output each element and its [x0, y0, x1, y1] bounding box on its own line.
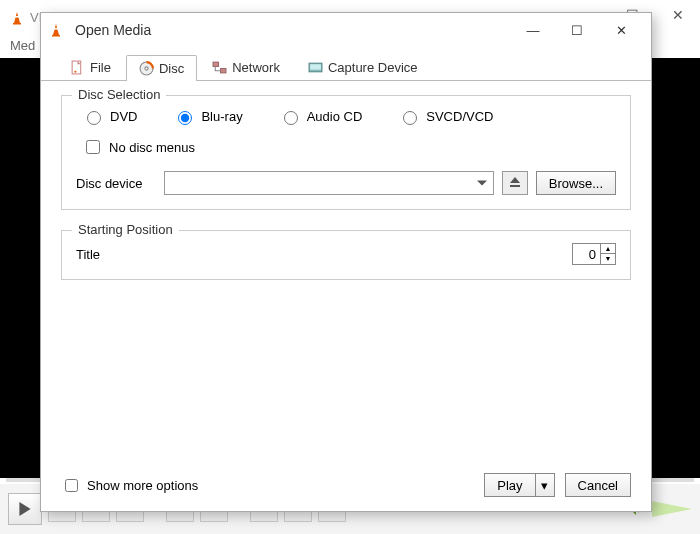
- vlc-menu-partial: Med: [10, 38, 35, 53]
- svg-rect-1: [15, 16, 19, 18]
- radio-dvd[interactable]: DVD: [82, 108, 137, 125]
- radio-bluray[interactable]: Blu-ray: [173, 108, 242, 125]
- svg-point-12: [145, 67, 148, 70]
- tab-disc[interactable]: Disc: [126, 55, 197, 81]
- bg-close-button[interactable]: ✕: [655, 0, 700, 30]
- svg-rect-14: [221, 69, 226, 73]
- tab-capture-label: Capture Device: [328, 60, 418, 75]
- no-disc-menus-checkbox[interactable]: No disc menus: [76, 137, 616, 157]
- title-value-input[interactable]: [573, 246, 600, 263]
- dialog-titlebar: Open Media — ☐ ✕: [41, 13, 651, 47]
- svg-point-10: [74, 71, 76, 73]
- dialog-content: Disc Selection DVD Blu-ray Audio CD SVCD…: [41, 81, 651, 465]
- tab-row: File Disc Network Capture Device: [41, 51, 651, 81]
- svg-rect-8: [72, 61, 81, 74]
- play-split-button: Play ▾: [484, 473, 554, 497]
- svg-marker-3: [19, 502, 30, 516]
- dialog-close-button[interactable]: ✕: [599, 16, 643, 44]
- play-button[interactable]: Play: [484, 473, 534, 497]
- radio-audiocd[interactable]: Audio CD: [279, 108, 363, 125]
- volume-slider[interactable]: [652, 501, 692, 517]
- browse-button[interactable]: Browse...: [536, 171, 616, 195]
- dialog-maximize-button[interactable]: ☐: [555, 16, 599, 44]
- radio-svcd-label: SVCD/VCD: [426, 109, 493, 124]
- starting-position-group: Starting Position Title ▲ ▼: [61, 230, 631, 280]
- spinner-up-button[interactable]: ▲: [601, 244, 615, 254]
- disc-device-label: Disc device: [76, 176, 156, 191]
- dialog-title: Open Media: [75, 22, 151, 38]
- no-disc-menus-label: No disc menus: [109, 140, 195, 155]
- tab-file[interactable]: File: [57, 54, 124, 80]
- capture-icon: [308, 60, 323, 75]
- spinner-down-button[interactable]: ▼: [601, 254, 615, 264]
- tab-file-label: File: [90, 60, 111, 75]
- play-dropdown-button[interactable]: ▾: [535, 473, 555, 497]
- file-icon: [70, 60, 85, 75]
- radio-dvd-label: DVD: [110, 109, 137, 124]
- show-more-options-checkbox[interactable]: Show more options: [61, 476, 198, 495]
- svg-rect-18: [510, 185, 520, 187]
- cancel-button[interactable]: Cancel: [565, 473, 631, 497]
- radio-audiocd-label: Audio CD: [307, 109, 363, 124]
- svg-rect-2: [13, 23, 21, 25]
- svg-rect-13: [213, 62, 218, 66]
- title-label: Title: [76, 247, 100, 262]
- radio-bluray-label: Blu-ray: [201, 109, 242, 124]
- svg-rect-16: [310, 64, 321, 69]
- tab-network-label: Network: [232, 60, 280, 75]
- svg-rect-7: [52, 35, 60, 37]
- disc-selection-legend: Disc Selection: [72, 87, 166, 102]
- dialog-cone-icon: [49, 23, 63, 37]
- eject-button[interactable]: [502, 171, 528, 195]
- svg-marker-17: [510, 177, 520, 183]
- dialog-footer: Show more options Play ▾ Cancel: [41, 465, 651, 511]
- disc-icon: [139, 61, 154, 76]
- tab-disc-label: Disc: [159, 61, 184, 76]
- eject-icon: [509, 176, 521, 191]
- tab-network[interactable]: Network: [199, 54, 293, 80]
- starting-position-legend: Starting Position: [72, 222, 179, 237]
- open-media-dialog: Open Media — ☐ ✕ File Disc Network Captu…: [40, 12, 652, 512]
- svg-rect-6: [54, 28, 58, 30]
- chevron-down-icon: ▾: [541, 478, 548, 493]
- disc-selection-group: Disc Selection DVD Blu-ray Audio CD SVCD…: [61, 95, 631, 210]
- title-spinner[interactable]: ▲ ▼: [572, 243, 616, 265]
- play-button-main[interactable]: [8, 493, 42, 525]
- dialog-minimize-button[interactable]: —: [511, 16, 555, 44]
- vlc-cone-icon: [10, 11, 24, 25]
- show-more-options-label: Show more options: [87, 478, 198, 493]
- disc-device-select[interactable]: [164, 171, 494, 195]
- radio-svcd[interactable]: SVCD/VCD: [398, 108, 493, 125]
- tab-capture[interactable]: Capture Device: [295, 54, 431, 80]
- network-icon: [212, 60, 227, 75]
